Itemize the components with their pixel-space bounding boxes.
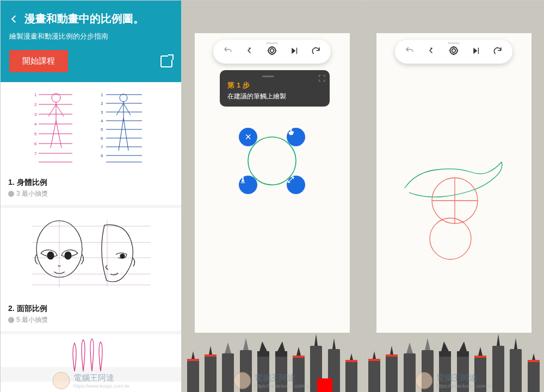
chevron-left-icon[interactable] — [9, 14, 19, 24]
step-number: 第 1 步 — [227, 80, 309, 90]
brush-tool[interactable] — [403, 340, 416, 392]
step-instruction: 在建議的筆觸上繪製 — [227, 92, 309, 101]
lesson-thumbnail — [1, 208, 181, 298]
brush-tool[interactable] — [527, 347, 540, 392]
svg-text:7: 7 — [101, 145, 103, 150]
svg-rect-85 — [492, 346, 504, 392]
lesson-header: 漫畫和動畫中的比例圖。 繪製漫畫和動漫比例的分步指南 開始課程 — [1, 1, 181, 82]
svg-point-65 — [270, 49, 274, 53]
svg-rect-46 — [187, 359, 199, 392]
page-title: 漫畫和動畫中的比例圖。 — [24, 11, 144, 26]
svg-rect-86 — [510, 349, 522, 392]
svg-point-42 — [47, 252, 54, 259]
svg-rect-50 — [222, 353, 234, 392]
drawing-canvas-pane: 2% 電腦王阿達https://www.kocpc.com.tw — [363, 1, 544, 392]
prev-step-icon[interactable] — [426, 46, 436, 58]
external-link-icon[interactable] — [160, 55, 172, 67]
resize-handle-icon[interactable] — [287, 176, 305, 194]
svg-text:7: 7 — [34, 151, 37, 156]
start-lesson-button[interactable]: 開始課程 — [9, 50, 68, 72]
lesson-card[interactable]: 1234567 12345678 1. 身體比例 3 最小抽獎 — [1, 82, 181, 205]
svg-rect-88 — [528, 360, 540, 362]
brush-tool[interactable] — [345, 347, 358, 392]
playback-bar[interactable] — [395, 40, 512, 64]
drawing-canvas-pane: ✕ /* generated below */ — [182, 1, 363, 392]
svg-rect-75 — [404, 353, 416, 392]
svg-rect-57 — [275, 351, 287, 357]
svg-point-91 — [450, 47, 458, 54]
expand-icon[interactable]: ⛶ — [318, 74, 325, 83]
svg-rect-47 — [187, 359, 199, 361]
svg-text:2: 2 — [101, 101, 103, 106]
close-handle-icon[interactable]: ✕ — [239, 128, 257, 146]
next-step-icon[interactable] — [289, 46, 299, 58]
svg-point-25 — [120, 94, 127, 102]
svg-rect-54 — [257, 351, 269, 357]
selection-box[interactable]: ✕ — [242, 131, 302, 191]
brush-tool[interactable] — [187, 346, 200, 392]
svg-rect-71 — [368, 359, 380, 392]
svg-text:1: 1 — [34, 92, 37, 97]
color-swatch[interactable] — [317, 378, 332, 392]
svg-text:4: 4 — [101, 119, 103, 123]
touch-handle-icon[interactable] — [287, 128, 305, 146]
brush-tool[interactable] — [509, 336, 522, 392]
undo-step-icon[interactable] — [405, 46, 415, 58]
lesson-thumbnail: 1234567 12345678 — [1, 82, 181, 172]
svg-rect-62 — [345, 360, 357, 392]
lesson-card[interactable]: 2. 面部比例 5 最小抽獎 — [1, 208, 181, 331]
watermark-avatar — [416, 372, 433, 389]
watermark: 電腦王阿達https://www.kocpc.com.tw — [416, 372, 492, 389]
target-icon[interactable] — [267, 45, 277, 58]
svg-text:4: 4 — [34, 122, 37, 127]
svg-point-70 — [430, 218, 471, 259]
lesson-card[interactable] — [1, 334, 181, 367]
watermark: 電腦王阿達https://www.kocpc.com.tw — [53, 372, 129, 389]
svg-text:5: 5 — [101, 127, 103, 132]
lesson-title: 2. 面部比例 — [8, 304, 174, 314]
watermark: 電腦王阿達https://www.kocpc.com.tw — [234, 372, 311, 389]
svg-text:8: 8 — [101, 153, 103, 158]
drag-handle-icon[interactable] — [266, 42, 278, 44]
step-tooltip[interactable]: ⛶ 第 1 步 在建議的筆觸上繪製 — [220, 70, 330, 107]
playback-bar[interactable] — [213, 40, 331, 64]
svg-rect-73 — [386, 354, 398, 392]
page-subtitle: 繪製漫畫和動漫比例的分步指南 — [9, 32, 172, 41]
svg-rect-59 — [293, 356, 305, 358]
svg-rect-84 — [474, 356, 486, 358]
svg-rect-74 — [386, 354, 398, 357]
svg-point-66 — [269, 47, 276, 54]
next-step-icon[interactable] — [471, 46, 480, 58]
replay-icon[interactable] — [492, 46, 503, 58]
svg-point-90 — [452, 49, 456, 53]
svg-rect-49 — [205, 354, 217, 357]
brush-tool[interactable] — [368, 346, 381, 392]
drag-handle-icon[interactable] — [448, 42, 460, 44]
svg-text:5: 5 — [34, 132, 37, 136]
prev-step-icon[interactable] — [245, 46, 255, 58]
sketch-lines — [394, 153, 514, 272]
svg-rect-72 — [368, 359, 380, 361]
svg-point-44 — [120, 254, 125, 258]
lesson-duration: 3 最小抽獎 — [8, 189, 174, 198]
brush-tool[interactable] — [204, 341, 217, 392]
watermark-avatar — [234, 372, 251, 389]
svg-text:2: 2 — [34, 102, 37, 107]
target-icon[interactable] — [448, 45, 459, 58]
svg-rect-87 — [528, 360, 540, 392]
brush-tool[interactable] — [385, 341, 398, 392]
svg-text:3: 3 — [101, 110, 103, 115]
stamp-handle-icon[interactable] — [239, 176, 257, 194]
svg-point-43 — [65, 252, 71, 259]
lesson-title: 1. 身體比例 — [8, 178, 174, 188]
undo-step-icon[interactable] — [223, 46, 233, 58]
drag-handle-icon[interactable] — [262, 76, 274, 77]
replay-icon[interactable] — [311, 46, 321, 58]
brush-tool[interactable] — [221, 340, 234, 392]
lesson-list[interactable]: 1234567 12345678 1. 身體比例 3 最小抽獎 — [1, 82, 181, 382]
svg-text:6: 6 — [34, 141, 37, 146]
svg-text:6: 6 — [101, 136, 103, 141]
brush-tool[interactable] — [492, 333, 505, 392]
lesson-duration: 5 最小抽獎 — [8, 315, 174, 325]
svg-rect-79 — [439, 351, 451, 357]
